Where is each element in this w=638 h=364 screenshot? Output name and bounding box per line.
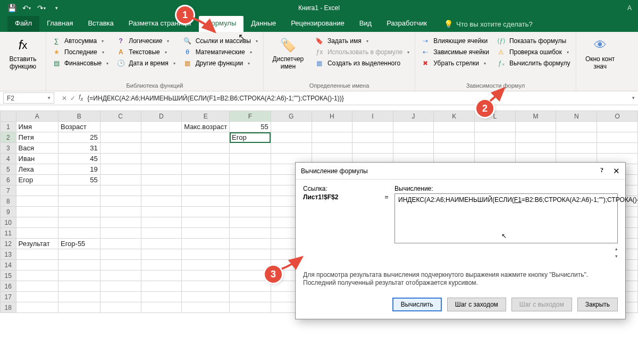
cell-B6[interactable]: 55 xyxy=(58,175,100,185)
cell-A3[interactable]: Вася xyxy=(16,143,58,154)
cell-O3[interactable] xyxy=(597,143,638,154)
cell-B17[interactable] xyxy=(58,292,100,302)
cell-J1[interactable] xyxy=(393,122,434,132)
cell-E16[interactable] xyxy=(182,281,230,292)
cell-J2[interactable] xyxy=(393,132,434,143)
cell-D13[interactable] xyxy=(141,249,182,260)
step-in-button[interactable]: Шаг с заходом xyxy=(447,298,506,311)
account-icon[interactable]: A xyxy=(627,4,638,12)
cell-O2[interactable] xyxy=(597,132,638,143)
cell-B13[interactable] xyxy=(58,249,100,260)
cell-A10[interactable] xyxy=(16,217,58,228)
cell-D18[interactable] xyxy=(141,302,182,313)
cell-F7[interactable] xyxy=(230,185,271,196)
cell-A8[interactable] xyxy=(16,196,58,207)
cell-D14[interactable] xyxy=(141,260,182,270)
cell-C3[interactable] xyxy=(100,143,141,154)
cancel-icon[interactable]: ✕ xyxy=(62,95,67,102)
cmd-financial[interactable]: ▤Финансовые▾ xyxy=(52,58,108,68)
cell-D7[interactable] xyxy=(141,185,182,196)
save-icon[interactable]: 💾 xyxy=(5,2,18,14)
help-icon[interactable]: ? xyxy=(600,166,603,176)
cmd-show-formulas[interactable]: ⟨ƒ⟩Показать формулы xyxy=(497,36,570,46)
cmd-create-from-selection[interactable]: ▦Создать из выделенного xyxy=(315,58,409,68)
name-box[interactable]: F2 ▾ xyxy=(3,92,54,104)
insert-function-button[interactable]: fx Вставить функцию xyxy=(5,34,40,70)
cell-D15[interactable] xyxy=(141,270,182,281)
cell-E10[interactable] xyxy=(182,217,230,228)
cell-J3[interactable] xyxy=(393,143,434,154)
cell-D2[interactable] xyxy=(141,132,182,143)
cell-B7[interactable] xyxy=(58,185,100,196)
col-header-B[interactable]: B xyxy=(58,111,100,122)
tab-review[interactable]: Рецензирование xyxy=(283,16,351,32)
cmd-logical[interactable]: ?Логические▾ xyxy=(116,36,175,46)
cell-L3[interactable] xyxy=(474,143,515,154)
cell-G1[interactable] xyxy=(271,122,312,132)
cell-D10[interactable] xyxy=(141,217,182,228)
cell-B4[interactable]: 45 xyxy=(58,154,100,164)
col-header-H[interactable]: H xyxy=(312,111,352,122)
cell-M3[interactable] xyxy=(515,143,556,154)
cmd-text[interactable]: AТекстовые▾ xyxy=(116,47,175,57)
cell-B1[interactable]: Возраст xyxy=(58,122,100,132)
cell-F17[interactable] xyxy=(230,292,271,302)
cell-E9[interactable] xyxy=(182,207,230,217)
cmd-remove-arrows[interactable]: ✖Убрать стрелки▾ xyxy=(421,58,489,68)
cell-D5[interactable] xyxy=(141,164,182,175)
cell-I3[interactable] xyxy=(352,143,393,154)
cell-F16[interactable] xyxy=(230,281,271,292)
cell-F8[interactable] xyxy=(230,196,271,207)
row-header-13[interactable]: 13 xyxy=(1,249,16,260)
undo-icon[interactable]: ↶▾ xyxy=(20,2,33,14)
scroll-icon[interactable]: ▴▾ xyxy=(615,246,618,259)
cell-B5[interactable]: 19 xyxy=(58,164,100,175)
qat-more-icon[interactable]: ▾ xyxy=(50,2,63,14)
cell-O1[interactable] xyxy=(597,122,638,132)
col-header-K[interactable]: K xyxy=(434,111,475,122)
cell-B11[interactable] xyxy=(58,228,100,239)
col-header-F[interactable]: F xyxy=(230,111,271,122)
dialog-titlebar[interactable]: Вычисление формулы ? ✕ xyxy=(296,163,625,180)
cell-N1[interactable] xyxy=(556,122,597,132)
col-header-O[interactable]: O xyxy=(597,111,638,122)
cell-N2[interactable] xyxy=(556,132,597,143)
row-header-2[interactable]: 2 xyxy=(1,132,16,143)
row-header-10[interactable]: 10 xyxy=(1,217,16,228)
namebox-dropdown-icon[interactable]: ▾ xyxy=(48,96,51,100)
cell-C7[interactable] xyxy=(100,185,141,196)
tell-me-search[interactable]: 💡 Что вы хотите сделать? xyxy=(434,16,533,32)
cell-C18[interactable] xyxy=(100,302,141,313)
cell-F14[interactable] xyxy=(230,260,271,270)
row-header-3[interactable]: 3 xyxy=(1,143,16,154)
cell-B18[interactable] xyxy=(58,302,100,313)
cell-A12[interactable]: Результат xyxy=(16,239,58,249)
cell-B3[interactable]: 31 xyxy=(58,143,100,154)
row-header-1[interactable]: 1 xyxy=(1,122,16,132)
cmd-math[interactable]: θМатематические▾ xyxy=(183,47,258,57)
cell-E18[interactable] xyxy=(182,302,230,313)
enter-icon[interactable]: ✓ xyxy=(70,95,75,102)
col-header-C[interactable]: C xyxy=(100,111,141,122)
cell-B15[interactable] xyxy=(58,270,100,281)
cell-H1[interactable] xyxy=(312,122,352,132)
row-header-14[interactable]: 14 xyxy=(1,260,16,270)
cell-F12[interactable] xyxy=(230,239,271,249)
cell-F4[interactable] xyxy=(230,154,271,164)
cell-K3[interactable] xyxy=(434,143,475,154)
tab-home[interactable]: Главная xyxy=(39,16,80,32)
cell-F10[interactable] xyxy=(230,217,271,228)
cell-M1[interactable] xyxy=(515,122,556,132)
cell-F5[interactable] xyxy=(230,164,271,175)
row-header-9[interactable]: 9 xyxy=(1,207,16,217)
col-header-M[interactable]: M xyxy=(515,111,556,122)
cell-A4[interactable]: Иван xyxy=(16,154,58,164)
cell-E3[interactable] xyxy=(182,143,230,154)
cell-E2[interactable] xyxy=(182,132,230,143)
cell-A7[interactable] xyxy=(16,185,58,196)
select-all-corner[interactable] xyxy=(1,111,16,122)
cell-F9[interactable] xyxy=(230,207,271,217)
cell-C6[interactable] xyxy=(100,175,141,185)
cell-D9[interactable] xyxy=(141,207,182,217)
cell-D6[interactable] xyxy=(141,175,182,185)
